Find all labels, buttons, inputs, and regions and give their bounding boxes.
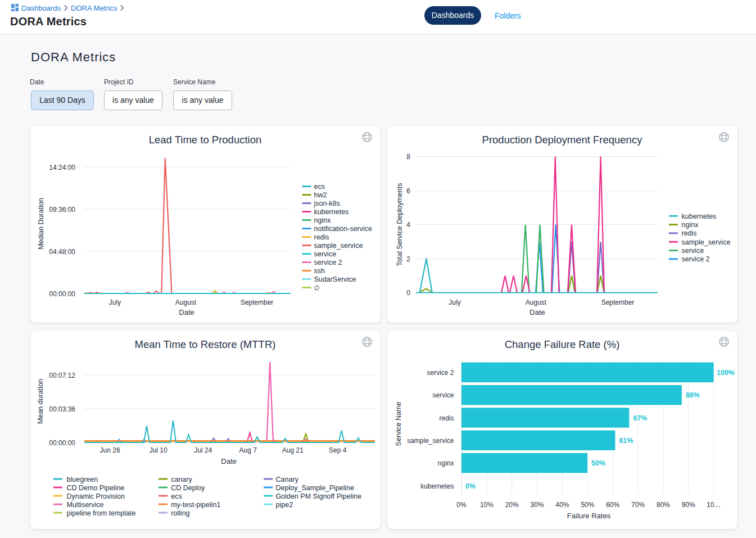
svg-text:redis: redis — [314, 233, 329, 241]
svg-text:Mean duration: Mean duration — [37, 379, 44, 424]
svg-text:pipe2: pipe2 — [276, 501, 293, 509]
svg-text:service 2: service 2 — [314, 259, 342, 266]
svg-text:Jul 10: Jul 10 — [150, 446, 168, 454]
svg-text:service: service — [682, 247, 704, 255]
svg-text:nginx: nginx — [682, 221, 699, 229]
svg-text:sample_service: sample_service — [682, 238, 731, 246]
svg-text:kubernetes: kubernetes — [682, 213, 717, 220]
svg-text:August: August — [175, 299, 197, 306]
svg-text:Median Duration: Median Duration — [37, 198, 45, 250]
svg-text:Date: Date — [179, 308, 194, 317]
svg-text:10%: 10% — [480, 501, 494, 509]
svg-text:Failure Rates: Failure Rates — [567, 512, 611, 520]
svg-text:Date: Date — [529, 308, 545, 317]
svg-text:100%: 100% — [717, 369, 735, 377]
svg-text:CD Demo Pipeline: CD Demo Pipeline — [67, 484, 125, 492]
svg-text:4: 4 — [406, 221, 410, 229]
svg-text:notification-service: notification-service — [314, 225, 373, 233]
svg-text:00:00:00: 00:00:00 — [49, 439, 75, 447]
svg-text:61%: 61% — [619, 437, 633, 445]
svg-text:0%: 0% — [456, 501, 467, 509]
svg-text:August: August — [526, 299, 547, 306]
svg-text:Production Deployment Frequenc: Production Deployment Frequency — [482, 134, 643, 146]
svg-text:50%: 50% — [591, 459, 605, 467]
svg-text:67%: 67% — [633, 414, 647, 422]
svg-text:0%: 0% — [465, 482, 476, 490]
svg-text:kubernetes: kubernetes — [314, 208, 349, 216]
svg-text:nginx: nginx — [314, 216, 332, 224]
svg-text:redis: redis — [439, 414, 454, 422]
svg-text:04:48:00: 04:48:00 — [49, 248, 75, 256]
svg-text:30%: 30% — [531, 501, 544, 509]
svg-text:Jun 26: Jun 26 — [100, 446, 120, 454]
svg-text:14:24:00: 14:24:00 — [49, 164, 75, 171]
svg-text:80%: 80% — [657, 501, 670, 509]
svg-text:Lead Time to Production: Lead Time to Production — [149, 134, 262, 146]
svg-text:canary: canary — [171, 476, 192, 483]
svg-text:service 2: service 2 — [427, 369, 454, 377]
svg-text:00:07:12: 00:07:12 — [49, 372, 75, 379]
svg-text:Service Name: Service Name — [395, 402, 402, 446]
svg-text:Total Service Deployments: Total Service Deployments — [396, 183, 404, 266]
svg-text:Sep 4: Sep 4 — [329, 446, 347, 454]
svg-text:Dynamic Provision: Dynamic Provision — [67, 492, 125, 500]
svg-text:40%: 40% — [555, 501, 569, 509]
svg-text:json-k8s: json-k8s — [314, 200, 341, 207]
svg-text:redis: redis — [682, 229, 697, 237]
svg-text:Date: Date — [221, 457, 236, 465]
svg-text:90%: 90% — [682, 501, 695, 509]
svg-text:pipeline from template: pipeline from template — [67, 509, 136, 517]
svg-text:00:00:00: 00:00:00 — [49, 290, 75, 298]
svg-text:10…: 10… — [707, 501, 721, 509]
svg-text:September: September — [241, 299, 274, 306]
svg-text:sample_service: sample_service — [314, 242, 363, 250]
svg-text:8: 8 — [406, 153, 410, 161]
svg-text:sample_service: sample_service — [407, 437, 454, 445]
svg-text:service 2: service 2 — [682, 255, 710, 263]
svg-text:88%: 88% — [686, 391, 700, 399]
svg-text:bluegreen: bluegreen — [67, 476, 98, 483]
svg-text:service: service — [432, 391, 454, 399]
svg-text:Aug 7: Aug 7 — [239, 446, 257, 454]
svg-text:20%: 20% — [505, 501, 519, 509]
svg-text:6: 6 — [406, 187, 410, 195]
svg-text:rolling: rolling — [171, 509, 189, 517]
svg-text:70%: 70% — [631, 501, 645, 509]
svg-text:09:36:00: 09:36:00 — [49, 206, 75, 214]
svg-text:Deploy_Sample_Pipeline: Deploy_Sample_Pipeline — [276, 484, 355, 492]
svg-text:50%: 50% — [581, 501, 594, 509]
svg-text:CD Deploy: CD Deploy — [171, 484, 205, 492]
svg-text:July: July — [449, 299, 460, 306]
svg-text:Multiservice: Multiservice — [67, 501, 104, 509]
svg-text:Jul 24: Jul 24 — [194, 446, 212, 454]
svg-text:∅: ∅ — [314, 284, 320, 291]
svg-text:ecs: ecs — [314, 183, 325, 191]
svg-text:ecs: ecs — [171, 492, 182, 500]
svg-text:Golden PM Signoff Pipeline: Golden PM Signoff Pipeline — [276, 492, 362, 500]
svg-text:July: July — [109, 299, 121, 306]
svg-text:0: 0 — [406, 289, 410, 297]
svg-text:service: service — [314, 250, 337, 258]
svg-text:Aug 21: Aug 21 — [282, 446, 304, 454]
svg-text:00:03:36: 00:03:36 — [49, 405, 75, 413]
svg-text:2: 2 — [406, 255, 410, 263]
svg-text:ssh: ssh — [314, 267, 325, 275]
svg-text:Canary: Canary — [276, 476, 299, 483]
svg-text:hw2: hw2 — [314, 191, 327, 199]
svg-text:SudarService: SudarService — [314, 275, 356, 283]
svg-text:September: September — [601, 299, 635, 306]
svg-text:my-test-pipelin1: my-test-pipelin1 — [171, 501, 220, 509]
svg-text:nginx: nginx — [438, 459, 454, 467]
svg-text:kubernetes: kubernetes — [420, 482, 454, 490]
svg-text:Change Failure Rate (%): Change Failure Rate (%) — [505, 338, 620, 350]
svg-text:Mean Time to Restore (MTTR): Mean Time to Restore (MTTR) — [135, 338, 276, 350]
svg-text:60%: 60% — [606, 501, 619, 509]
